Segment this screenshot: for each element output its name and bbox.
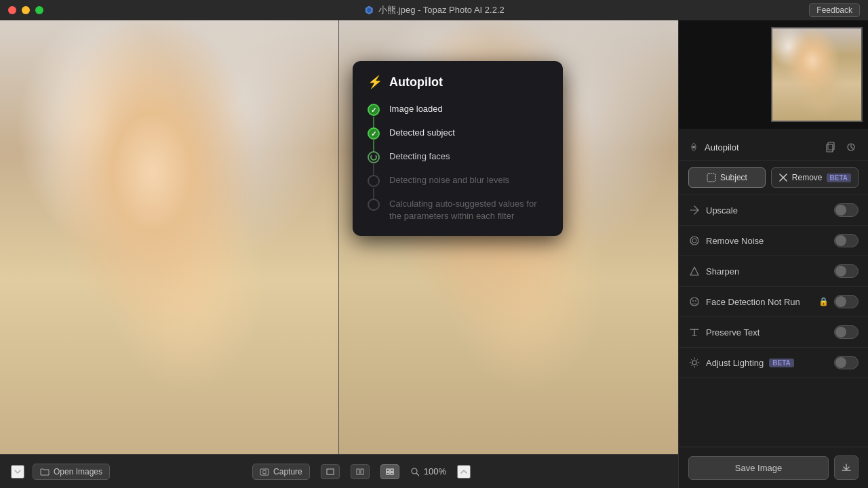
step-line-4 <box>373 188 374 199</box>
step-indicator-3 <box>368 151 380 163</box>
filter-lighting-left: Adjust Lighting BETA <box>688 357 794 369</box>
sharpen-toggle[interactable] <box>834 264 859 278</box>
thumbnail-wrapper <box>771 27 863 122</box>
svg-rect-6 <box>391 469 393 472</box>
remove-button[interactable]: Remove BETA <box>771 167 859 188</box>
preserve-text-toggle[interactable] <box>834 325 859 339</box>
filter-adjust-lighting-row: Adjust Lighting BETA <box>679 348 868 378</box>
reset-icon[interactable] <box>844 140 859 155</box>
lock-icon: 🔒 <box>818 297 829 306</box>
view-grid-button[interactable] <box>380 464 399 479</box>
lighting-beta-badge: BETA <box>769 359 793 367</box>
svg-point-16 <box>692 239 696 243</box>
zoom-expand-button[interactable] <box>457 465 471 479</box>
autopilot-step-detected-subject: ✓ Detected subject <box>368 127 548 150</box>
svg-rect-0 <box>260 469 269 475</box>
app-logo-icon <box>363 5 374 16</box>
svg-point-1 <box>263 470 267 474</box>
sharpen-icon <box>688 265 701 277</box>
svg-point-20 <box>692 361 696 365</box>
copy-icon[interactable] <box>823 140 838 155</box>
svg-rect-14 <box>707 174 715 182</box>
autopilot-popup-title: ⚡ Autopilot <box>368 75 548 89</box>
filter-remove-noise-row: Remove Noise <box>679 226 868 256</box>
svg-point-18 <box>692 300 694 302</box>
subject-button[interactable]: Subject <box>688 167 766 188</box>
image-split <box>0 20 678 454</box>
save-arrow-icon <box>841 462 852 473</box>
close-window-button[interactable] <box>8 6 16 14</box>
open-images-button[interactable]: Open Images <box>33 464 110 480</box>
thumbnail-fade <box>679 20 767 129</box>
filter-preserve-text-row: Preserve Text <box>679 317 868 348</box>
svg-point-9 <box>412 468 417 474</box>
autopilot-row: Autopilot <box>679 134 868 161</box>
filter-face-detection-row: Face Detection Not Run 🔒 <box>679 287 868 317</box>
lighting-icon <box>688 357 701 369</box>
autopilot-action-icons <box>823 140 859 155</box>
window-title: 小熊.jpeg - Topaz Photo AI 2.2.2 <box>363 4 505 16</box>
spinner-icon <box>370 154 377 161</box>
filter-sharpen-left: Sharpen <box>688 265 739 277</box>
zoom-icon <box>410 467 420 476</box>
filter-face-right: 🔒 <box>818 295 859 308</box>
checkmark-icon-2: ✓ <box>371 130 376 138</box>
grid-view-icon <box>386 468 394 475</box>
step-indicator-2: ✓ <box>368 127 380 140</box>
bottom-bar: Open Images Capture <box>0 454 678 488</box>
remove-beta-badge: BETA <box>827 174 851 182</box>
svg-rect-12 <box>827 144 833 152</box>
single-view-icon <box>326 468 334 475</box>
maximize-window-button[interactable] <box>35 6 43 14</box>
svg-rect-8 <box>391 472 393 474</box>
view-split-vertical-button[interactable] <box>351 464 370 479</box>
right-panel: Autopilot <box>678 20 868 488</box>
zoom-display: 100% <box>410 466 446 476</box>
filter-face-left: Face Detection Not Run <box>688 296 800 308</box>
svg-rect-5 <box>387 469 389 472</box>
autopilot-label: Autopilot <box>688 142 739 152</box>
chevron-up-icon <box>460 468 468 476</box>
step-line-3 <box>373 164 374 176</box>
folder-icon <box>40 467 50 476</box>
minimize-window-button[interactable] <box>22 6 30 14</box>
svg-rect-4 <box>361 469 363 474</box>
autopilot-step-detecting-faces: Detecting faces <box>368 150 548 174</box>
face-detection-toggle[interactable] <box>834 295 859 308</box>
image-left-panel <box>0 20 339 454</box>
feedback-button[interactable]: Feedback <box>809 3 860 17</box>
view-single-button[interactable] <box>321 464 340 479</box>
step-indicator-4 <box>368 175 380 187</box>
step-text-5: Calculating auto-suggested values for th… <box>389 198 548 222</box>
subject-icon <box>707 173 716 182</box>
step-line-2 <box>373 140 374 152</box>
save-image-button[interactable]: Save Image <box>688 456 829 480</box>
chevron-icon <box>14 468 22 476</box>
capture-button[interactable]: Capture <box>252 464 310 480</box>
bolt-icon: ⚡ <box>368 75 382 89</box>
step-text-1: Image loaded <box>389 103 443 115</box>
remove-noise-toggle[interactable] <box>834 234 859 247</box>
svg-rect-7 <box>387 472 389 474</box>
thumbnail-area <box>679 20 868 129</box>
svg-point-15 <box>690 237 698 245</box>
face-icon <box>688 296 701 308</box>
bottom-bar-center: Capture <box>252 464 471 480</box>
collapse-button[interactable] <box>11 465 24 479</box>
svg-rect-3 <box>357 469 359 474</box>
svg-point-19 <box>695 300 696 302</box>
autopilot-icon <box>688 142 699 152</box>
adjust-lighting-toggle[interactable] <box>834 356 859 369</box>
autopilot-step-calculating: Calculating auto-suggested values for th… <box>368 198 548 222</box>
bottom-bar-left: Open Images <box>11 464 110 480</box>
filter-upscale-row: Upscale <box>679 195 868 226</box>
save-options-button[interactable] <box>834 455 859 480</box>
subject-remove-row: Subject Remove BETA <box>679 161 868 195</box>
step-indicator-5 <box>368 199 380 211</box>
text-icon <box>688 326 701 338</box>
window-controls <box>8 6 43 14</box>
filter-noise-left: Remove Noise <box>688 235 764 247</box>
step-text-2: Detected subject <box>389 127 455 139</box>
upscale-toggle[interactable] <box>834 203 859 217</box>
upscale-icon <box>688 204 701 216</box>
